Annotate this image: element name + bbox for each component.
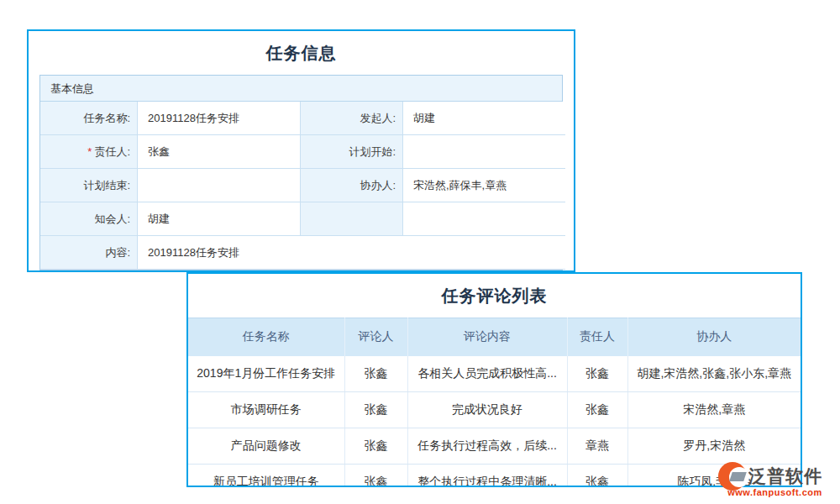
plan-start-label: 计划开始:	[301, 135, 403, 169]
basic-info-form: 任务名称: 20191128任务安排 发起人: 胡建 * 责任人: 张鑫 计划开…	[40, 102, 562, 270]
informed-value: 胡建	[138, 202, 301, 236]
table-row: 2019年1月份工作任务安排 张鑫 各相关人员完成积极性高... 张鑫 胡建,宋…	[188, 356, 801, 392]
col-header-co-organizer: 协办人	[627, 318, 801, 356]
task-link[interactable]: 市场调研任务	[188, 392, 344, 428]
responsible-value: 张鑫	[138, 135, 301, 169]
comment-text: 任务执行过程高效，后续...	[407, 428, 567, 465]
content-value: 20191128任务安排	[138, 236, 565, 270]
empty-label-cell	[301, 202, 403, 236]
comment-table: 任务名称 评论人 评论内容 责任人 协办人 2019年1月份工作任务安排 张鑫 …	[188, 318, 801, 487]
table-row: 产品问题修改 张鑫 任务执行过程高效，后续... 章燕 罗丹,宋浩然	[188, 428, 801, 465]
basic-info-box: 基本信息 任务名称: 20191128任务安排 发起人: 胡建 * 责任人: 张…	[39, 75, 563, 270]
co-organizers-text: 罗丹,宋浩然	[627, 428, 801, 465]
basic-info-section-header: 基本信息	[40, 76, 562, 102]
plan-end-label: 计划结束:	[40, 169, 138, 202]
task-name-label: 任务名称:	[40, 102, 138, 135]
required-asterisk: *	[87, 145, 92, 158]
task-link[interactable]: 新员工培训管理任务	[188, 465, 344, 488]
commenter-link[interactable]: 张鑫	[344, 392, 407, 428]
task-info-panel: 任务信息 基本信息 任务名称: 20191128任务安排 发起人: 胡建 * 责…	[27, 29, 575, 272]
comment-table-header-row: 任务名称 评论人 评论内容 责任人 协办人	[188, 318, 801, 356]
comment-text: 整个执行过程中条理清晰...	[407, 465, 567, 488]
task-name-value: 20191128任务安排	[138, 102, 301, 135]
table-row: 市场调研任务 张鑫 完成状况良好 张鑫 宋浩然,章燕	[188, 392, 801, 428]
content-label: 内容:	[40, 236, 138, 270]
task-link[interactable]: 2019年1月份工作任务安排	[188, 356, 344, 392]
responsible-link[interactable]: 张鑫	[567, 465, 627, 488]
responsible-link[interactable]: 张鑫	[567, 356, 627, 392]
task-link[interactable]: 产品问题修改	[188, 428, 344, 465]
comment-list-panel: 任务评论列表 任务名称 评论人 评论内容 责任人 协办人 2019年1月份工作任…	[186, 272, 802, 487]
plan-start-value	[403, 135, 565, 169]
comment-text: 完成状况良好	[407, 392, 567, 428]
responsible-link[interactable]: 张鑫	[567, 392, 627, 428]
commenter-link[interactable]: 张鑫	[344, 465, 407, 488]
initiator-value: 胡建	[403, 102, 565, 135]
vendor-brand-name: 泛普软件	[748, 465, 822, 488]
responsible-label-text: 责任人:	[94, 144, 130, 160]
co-organizer-value: 宋浩然,薛保丰,章燕	[403, 169, 565, 202]
vendor-watermark: 泛普软件 www.fanpusoft.com	[718, 462, 832, 497]
commenter-link[interactable]: 张鑫	[344, 356, 407, 392]
initiator-label: 发起人:	[301, 102, 403, 135]
col-header-responsible: 责任人	[567, 318, 627, 356]
responsible-link[interactable]: 章燕	[567, 428, 627, 465]
co-organizers-text: 胡建,宋浩然,张鑫,张小东,章燕	[627, 356, 801, 392]
commenter-link[interactable]: 张鑫	[344, 428, 407, 465]
co-organizer-label: 协办人:	[301, 169, 403, 202]
col-header-task-name: 任务名称	[188, 318, 344, 356]
page: 任务信息 基本信息 任务名称: 20191128任务安排 发起人: 胡建 * 责…	[0, 0, 840, 504]
comment-text: 各相关人员完成积极性高...	[407, 356, 567, 392]
comment-list-title: 任务评论列表	[188, 274, 801, 318]
table-row: 新员工培训管理任务 张鑫 整个执行过程中条理清晰... 张鑫 陈巧凤,李佳怡	[188, 465, 801, 488]
col-header-commenter: 评论人	[344, 318, 407, 356]
plan-end-value	[138, 169, 301, 202]
fanpu-logo-icon	[718, 462, 747, 491]
col-header-comment: 评论内容	[407, 318, 567, 356]
informed-label: 知会人:	[40, 202, 138, 236]
responsible-label: * 责任人:	[40, 135, 138, 169]
co-organizers-text: 宋浩然,章燕	[627, 392, 801, 428]
task-info-title: 任务信息	[29, 31, 574, 75]
empty-value-cell	[403, 202, 565, 236]
